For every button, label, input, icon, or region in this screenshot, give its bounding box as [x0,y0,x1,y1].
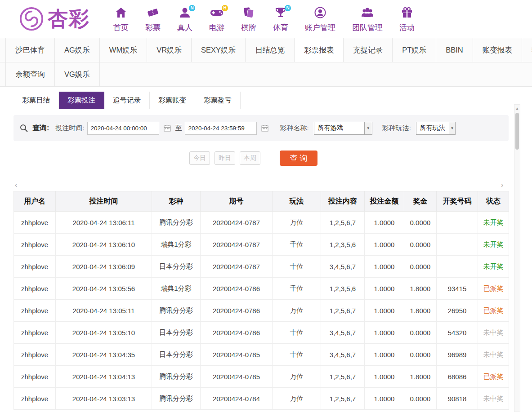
nav-badge: N [285,5,291,11]
cell-result [437,212,478,234]
scroll-up-icon[interactable]: ▲ [514,105,520,111]
cell-play: 万位 [273,388,321,410]
yesterday-button[interactable]: 昨日 [215,151,235,165]
search-icon [20,124,28,132]
cell-username: zhhplove [14,388,56,410]
sub-tab[interactable]: 彩票盈亏 [195,92,241,109]
cell-play: 千位 [273,278,321,300]
cell-bet-time: 2020-04-24 13:03:13 [56,388,152,410]
col-header-status: 状态 [478,191,509,212]
main-tab[interactable]: AG娱乐 [55,38,100,62]
main-tab[interactable]: WM娱乐 [100,38,147,62]
cell-issue: 20200424-0787 [201,234,273,256]
today-button[interactable]: 今日 [189,151,210,165]
sub-tab[interactable]: 彩票日结 [13,92,59,109]
main-tab[interactable]: 日结总览 [246,38,295,62]
nav-item-label: 首页 [113,22,129,33]
lottery-subtabs: 彩票日结 彩票投注 追号记录 彩票账变 彩票盈亏 [13,92,532,109]
cell-issue: 20200424-0787 [201,256,273,278]
cell-result: 26950 [437,300,478,322]
date-to-input[interactable] [185,122,257,135]
calendar-icon[interactable] [164,124,171,132]
col-header-username: 用户名 [14,191,56,212]
nav-item-home[interactable]: 首页 [113,7,129,33]
cell-bet-time: 2020-04-24 13:04:13 [56,366,152,388]
cell-issue: 20200424-0787 [201,212,273,234]
play-type-select[interactable]: 所有玩法 ▼ [416,122,456,135]
main-tab[interactable]: 余额查询 [5,62,55,86]
cell-amount: 1.0000 [365,388,404,410]
sub-tab[interactable]: 追号记录 [104,92,150,109]
vertical-scrollbar[interactable]: ▲ [514,104,520,412]
nav-item-cards[interactable]: 棋牌 [241,7,256,33]
cell-issue: 20200424-0785 [201,366,273,388]
play-type-label: 彩种玩法: [382,124,411,133]
cell-amount: 1.0000 [365,278,404,300]
main-tab[interactable]: 沙巴体育 [5,38,55,62]
nav-item-egames[interactable]: H 电游 [209,7,224,33]
nav-item-team-mgmt[interactable]: 团队管理 [352,7,383,33]
tab-row-1: 沙巴体育 AG娱乐 WM娱乐 VR娱乐 SEXY娱乐 日结总览 彩票报表 充提记… [0,38,532,62]
nav-item-account-mgmt[interactable]: 账户管理 [305,7,335,33]
sub-tab-active[interactable]: 彩票投注 [59,92,104,109]
bet-time-label: 投注时间: [55,124,84,133]
cell-prize: 1.8000 [404,278,437,300]
bets-table: 用户名 投注时间 彩种 期号 玩法 投注内容 投注金额 奖金 开奖号码 状态 z… [13,191,509,410]
status-badge: 未中奖 [478,322,509,344]
main-tab[interactable]: 充提记录 [344,38,393,62]
nav-item-sports[interactable]: N 体育 [273,7,288,33]
col-header-issue: 期号 [201,191,273,212]
cell-content: 1,2,5,6,7 [321,300,365,322]
scroll-right-icon[interactable]: › [501,182,503,189]
cell-username: zhhplove [14,366,56,388]
main-tab-active[interactable]: 彩票报表 [295,38,344,62]
sub-tab[interactable]: 彩票账变 [150,92,195,109]
nav-item-live[interactable]: N 真人 [177,7,192,33]
scroll-left-icon[interactable]: ‹ [15,182,17,189]
main-tab[interactable]: VR娱乐 [147,38,192,62]
table-row: zhhplove 2020-04-24 13:05:10 日本分分彩 20200… [14,322,509,344]
table-row: zhhplove 2020-04-24 13:06:10 瑞典1分彩 20200… [14,234,509,256]
main-tab[interactable]: VG娱乐 [55,62,100,86]
cell-amount: 1.0000 [365,366,404,388]
main-tab[interactable]: PT娱乐 [393,38,436,62]
nav-item-promotions[interactable]: 活动 [399,7,415,33]
search-button[interactable]: 查 询 [280,151,317,166]
chevron-down-icon: ▼ [449,122,455,134]
cell-bet-time: 2020-04-24 13:05:11 [56,300,152,322]
this-week-button[interactable]: 本周 [240,151,260,165]
col-header-game: 彩种 [152,191,201,212]
col-header-amount: 投注金额 [365,191,404,212]
cell-username: zhhplove [14,300,56,322]
scrollbar-thumb[interactable] [515,113,519,150]
cell-prize: 0.0000 [404,212,437,234]
chevron-down-icon: ▼ [364,122,372,134]
cell-game: 瑞典1分彩 [152,234,201,256]
cell-result: 93415 [437,278,478,300]
game-name-select[interactable]: 所有游戏 ▼ [314,122,372,135]
nav-badge: H [222,5,228,11]
filter-bar: 查询: 投注时间: 至 彩种名称: 所有游戏 ▼ 彩种玩法: 所有玩法 ▼ [13,115,509,141]
bets-table-wrap: 用户名 投注时间 彩种 期号 玩法 投注内容 投注金额 奖金 开奖号码 状态 z… [13,191,532,410]
main-tab[interactable]: 转账报表 [522,38,532,62]
cell-game: 腾讯分分彩 [152,388,201,410]
calendar-icon[interactable] [261,124,268,132]
cell-play: 十位 [273,322,321,344]
cell-game: 日本分分彩 [152,344,201,366]
cell-game: 腾讯分分彩 [152,300,201,322]
nav-item-lottery[interactable]: 彩票 [145,7,161,33]
table-row: zhhplove 2020-04-24 13:05:56 瑞典1分彩 20200… [14,278,509,300]
table-row: zhhplove 2020-04-24 13:04:35 日本分分彩 20200… [14,344,509,366]
date-from-input[interactable] [87,122,159,135]
nav-item-label: 电游 [209,22,224,33]
table-row: zhhplove 2020-04-24 13:06:11 腾讯分分彩 20200… [14,212,509,234]
cell-content: 3,4,5,6,7 [321,344,365,366]
main-tab[interactable]: 账变报表 [473,38,522,62]
cell-play: 万位 [273,300,321,322]
status-badge: 未中奖 [478,388,509,410]
main-tab[interactable]: SEXY娱乐 [192,38,246,62]
main-tab[interactable]: BBIN [436,38,473,62]
cell-content: 3,4,5,6,7 [321,322,365,344]
brand-logo[interactable]: 杏彩 [19,5,90,32]
game-name-label: 彩种名称: [280,124,309,133]
